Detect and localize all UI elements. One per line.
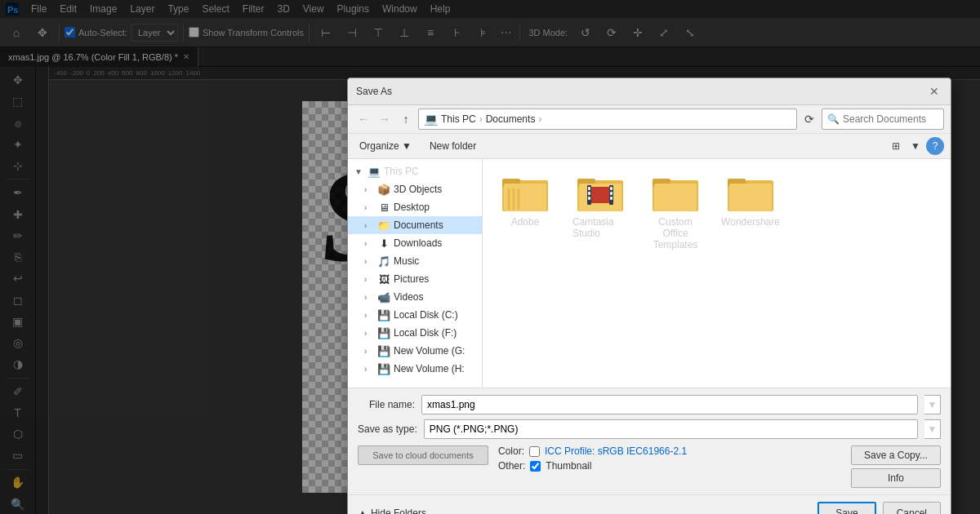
nav-item-volume-g[interactable]: › 💾 New Volume (G: [348,342,482,360]
nav-item-music[interactable]: › 🎵 Music [348,252,482,270]
desktop-icon: 🖥 [377,201,390,214]
breadcrumb-folder: Documents [486,113,536,125]
svg-rect-5 [504,184,546,211]
breadcrumb-root: This PC [441,113,476,125]
view-buttons: ⊞ ▼ ? [887,137,944,155]
view-toggle-button[interactable]: ⊞ [887,137,905,155]
svg-rect-15 [588,187,590,190]
save-as-dialog: Save As ✕ ← → ↑ 💻 This PC › Documents › … [347,78,951,514]
info-label: Info [888,472,904,484]
disk-c-icon: 💾 [377,308,390,321]
icc-profile-link[interactable]: ICC Profile: sRGB IEC61966-2.1 [545,445,687,457]
breadcrumb-sep-1: › [479,113,483,125]
dialog-overlay: Save As ✕ ← → ↑ 💻 This PC › Documents › … [0,0,980,514]
pictures-icon: 🖼 [377,273,390,286]
svg-rect-23 [654,184,697,211]
breadcrumb-computer-icon: 💻 [424,113,438,126]
folder-wondershare[interactable]: Wondershare [718,169,783,255]
options-row: Save to cloud documents Color: ICC Profi… [358,445,941,488]
disk-g-icon: 💾 [377,344,390,357]
folder-office-label: Custom Office Templates [648,216,703,250]
folder-office-icon [653,174,698,213]
hide-folders-button[interactable]: ▲ Hide Folders [358,507,426,514]
cube-icon: 📦 [377,183,390,196]
filename-label: File name: [358,399,415,410]
up-button[interactable]: ↑ [397,110,415,128]
refresh-button[interactable]: ⟳ [800,110,818,128]
documents-icon: 📁 [377,219,390,232]
breadcrumb-sep-2: › [538,113,541,125]
svg-rect-19 [610,192,612,195]
nav-item-downloads[interactable]: › ⬇ Downloads [348,234,482,252]
filename-dropdown-button[interactable]: ▼ [924,395,941,414]
save-copy-button[interactable]: Save a Copy... [851,445,941,465]
nav-item-documents[interactable]: › 📁 Documents [348,216,482,234]
folder-adobe-label: Adobe [511,216,540,228]
svg-rect-18 [610,187,612,190]
back-button[interactable]: ← [354,110,372,128]
save-options: Color: ICC Profile: sRGB IEC61966-2.1 Ot… [498,445,841,472]
nav-panel: ▼ 💻 This PC › 📦 3D Objects › 🖥 Desktop ›… [348,159,483,388]
savetype-input[interactable] [424,419,918,439]
videos-icon: 📹 [377,290,390,304]
color-label: Color: [498,445,524,457]
expand-icon: ▼ [354,167,364,176]
file-area: Adobe [483,159,951,388]
hide-folders-label: Hide Folders [371,507,426,514]
search-input[interactable] [843,113,938,125]
nav-item-local-f[interactable]: › 💾 Local Disk (F:) [348,324,482,342]
savetype-label: Save as type: [358,423,417,435]
color-row: Color: ICC Profile: sRGB IEC61966-2.1 [498,445,841,457]
savetype-dropdown-button[interactable]: ▼ [924,419,941,439]
nav-item-videos[interactable]: › 📹 Videos [348,288,482,306]
nav-item-3d-objects[interactable]: › 📦 3D Objects [348,180,482,198]
dialog-body: ▼ 💻 This PC › 📦 3D Objects › 🖥 Desktop ›… [348,159,951,388]
right-buttons: Save a Copy... Info [851,445,941,488]
thumbnail-checkbox[interactable] [530,461,541,472]
nav-item-desktop[interactable]: › 🖥 Desktop [348,198,482,216]
breadcrumb-bar[interactable]: 💻 This PC › Documents › [418,109,797,130]
dialog-titlebar: Save As ✕ [348,78,951,105]
savetype-row: Save as type: ▼ [358,419,941,439]
computer-icon: 💻 [368,165,381,178]
organize-label: Organize ▼ [359,140,412,152]
dialog-close-button[interactable]: ✕ [926,83,942,100]
icc-profile-checkbox[interactable] [529,446,540,457]
folder-camtasia[interactable]: Camtasia Studio [568,169,633,255]
svg-rect-20 [610,197,612,200]
save-label: Save [835,507,858,514]
forward-button[interactable]: → [376,110,394,128]
other-label: Other: [498,460,525,472]
filename-row: File name: ▼ [358,395,941,414]
nav-item-this-pc[interactable]: ▼ 💻 This PC [348,162,482,180]
search-icon: 🔍 [827,113,840,125]
view-dropdown-button[interactable]: ▼ [906,137,924,155]
nav-item-volume-h[interactable]: › 💾 New Volume (H: [348,360,482,378]
save-to-cloud-button[interactable]: Save to cloud documents [358,445,488,465]
downloads-icon: ⬇ [377,237,390,250]
hide-folders-arrow: ▲ [358,507,368,514]
folder-wondershare-icon [728,174,773,213]
other-row: Other: Thumbnail [498,460,841,472]
search-box[interactable]: 🔍 [822,109,944,130]
organize-button[interactable]: Organize ▼ [354,139,416,153]
info-button[interactable]: Info [851,468,941,488]
folder-office-templates[interactable]: Custom Office Templates [643,169,708,255]
cancel-button[interactable]: Cancel [883,502,941,514]
svg-rect-26 [729,184,772,211]
disk-f-icon: 💾 [377,326,390,339]
thumbnail-label: Thumbnail [546,460,591,472]
folder-adobe[interactable]: Adobe [492,169,558,255]
filename-input[interactable] [421,395,918,414]
disk-h-icon: 💾 [377,362,390,375]
help-button[interactable]: ? [926,137,944,155]
dialog-toolbar: Organize ▼ New folder ⊞ ▼ ? [348,134,951,159]
nav-item-pictures[interactable]: › 🖼 Pictures [348,270,482,288]
save-copy-label: Save a Copy... [864,450,928,461]
save-button[interactable]: Save [817,502,875,514]
dialog-title: Save As [356,86,392,97]
nav-item-local-c[interactable]: › 💾 Local Disk (C:) [348,306,482,324]
folder-wondershare-label: Wondershare [721,216,780,228]
dialog-nav: ← → ↑ 💻 This PC › Documents › ⟳ 🔍 [348,105,951,134]
new-folder-button[interactable]: New folder [423,139,483,153]
